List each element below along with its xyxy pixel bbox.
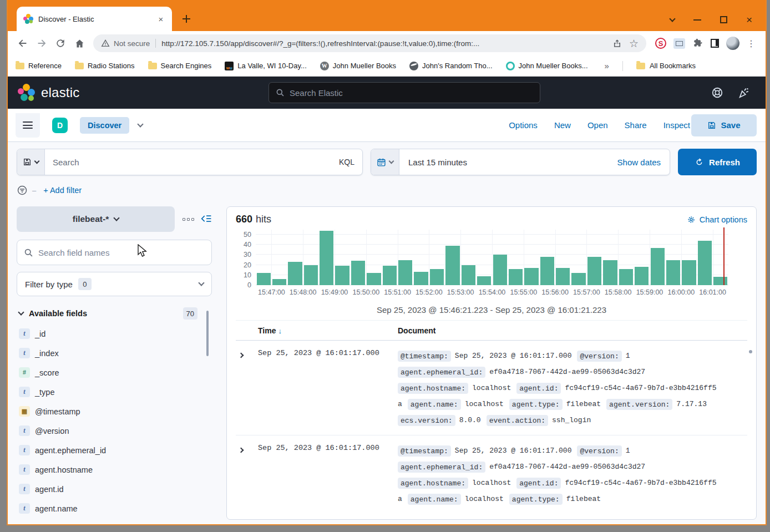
sidebar-options-icon[interactable] [183,218,194,221]
mail-extension-icon[interactable] [673,38,685,49]
announcements-icon[interactable] [738,87,750,99]
app-link-open[interactable]: Open [587,120,608,130]
refresh-button[interactable]: Refresh [678,149,757,175]
date-quick-menu-button[interactable] [371,149,399,175]
profile-avatar[interactable] [726,37,739,50]
time-range-value[interactable]: Last 15 minutes [399,158,609,167]
query-language-label[interactable]: KQL [331,158,362,166]
field-type-t-icon: t [19,445,30,455]
histogram-bar [509,269,523,285]
chart-options-button[interactable]: Chart options [687,215,747,224]
time-column-header[interactable]: Time↓ [258,326,398,335]
space-avatar[interactable]: D [52,118,68,133]
field-search-box[interactable] [17,240,212,265]
breadcrumb-chevron-icon[interactable] [138,121,144,127]
field-item[interactable]: tagent.name [17,499,212,518]
table-scrollbar[interactable] [749,350,752,353]
chrome-menu-icon[interactable]: ⋮ [747,38,756,49]
field-type-date-icon: ▦ [19,406,30,417]
reload-icon[interactable] [52,35,69,52]
breadcrumb-discover[interactable]: Discover [80,117,129,134]
expand-row-button[interactable] [236,348,258,428]
all-bookmarks-button[interactable]: All Bookmarks [636,62,696,70]
chevron-down-icon [34,159,40,164]
browser-window: Discover - Elastic × × Not secure http [7,0,767,525]
field-item[interactable]: ▦@timestamp [17,402,212,421]
bookmark-item[interactable]: Reference [16,62,62,70]
window-menu-chevron-icon[interactable] [669,16,675,22]
expand-row-button[interactable] [236,443,258,505]
refresh-label: Refresh [709,158,740,167]
url-bar[interactable]: Not secure http://172.105.7.150/app/disc… [93,34,646,52]
show-dates-button[interactable]: Show dates [609,158,670,167]
elastic-logo-icon[interactable] [18,84,36,102]
field-item[interactable]: #_score [17,363,212,382]
histogram-chart[interactable]: 01020304050 [236,230,747,285]
shield-s-extension-icon[interactable]: S [655,38,666,49]
chart-plot-area[interactable] [256,230,728,285]
field-item[interactable]: t_type [17,382,212,402]
save-floppy-icon [707,121,716,130]
kql-search-input[interactable] [45,158,331,167]
bookmark-item[interactable]: John Mueller Books... [506,62,588,70]
bookmarks-overflow-icon[interactable]: » [605,61,609,70]
global-search-box[interactable] [269,82,540,103]
all-bookmarks-label: All Bookmarks [650,62,696,70]
filter-by-type-dropdown[interactable]: Filter by type 0 [17,272,212,296]
home-icon[interactable] [71,35,88,52]
collapse-sidebar-icon[interactable] [201,214,212,225]
kql-search-group: KQL [17,149,363,175]
x-tick-label: 15:57:00 [573,288,600,296]
save-button[interactable]: Save [691,114,757,136]
extensions-puzzle-icon[interactable] [692,38,703,49]
add-filter-button[interactable]: + Add filter [43,186,82,195]
nav-menu-button[interactable] [16,113,40,138]
bookmark-item[interactable]: Search Engines [148,62,212,70]
bookmark-item[interactable]: Radio Stations [75,62,135,70]
histogram-bar [367,273,381,285]
bookmark-label: John's Random Tho... [422,62,493,70]
field-item[interactable]: tagent.hostname [17,460,212,479]
saved-query-menu-button[interactable] [17,149,45,175]
gridline [271,230,272,285]
field-item[interactable]: t_index [17,343,212,363]
back-icon[interactable] [14,35,31,52]
share-icon[interactable] [612,38,622,49]
field-item[interactable]: t_id [17,324,212,343]
bookmark-item[interactable]: John's Random Tho... [409,62,493,70]
forward-icon[interactable] [33,35,50,52]
reading-list-icon[interactable] [711,39,719,48]
tab-close-icon[interactable]: × [155,13,166,24]
app-link-new[interactable]: New [554,120,571,130]
help-life-ring-icon[interactable] [711,87,723,99]
global-search-input[interactable] [290,88,533,98]
field-type-t-icon: t [19,348,30,358]
field-item[interactable]: tagent.ephemeral_id [17,440,212,460]
browser-tab[interactable]: Discover - Elastic × [17,7,172,31]
close-window-icon[interactable]: × [746,16,752,23]
index-pattern-selector[interactable]: filebeat-* [17,206,175,232]
field-item[interactable]: tagent.id [17,479,212,499]
doc-field-value: filebeat [566,400,601,408]
app-link-options[interactable]: Options [509,120,538,130]
new-tab-button[interactable] [179,11,194,27]
maximize-icon[interactable] [720,16,727,23]
row-document: @timestamp:Sep 25, 2023 @ 16:01:17.000@v… [398,348,747,428]
doc-field-pill: agent.hostname: [398,383,468,394]
field-search-input[interactable] [38,248,205,257]
sidebar-scrollbar[interactable] [206,311,209,356]
app-link-share[interactable]: Share [625,120,647,130]
histogram-bar [635,267,649,285]
histogram-bar [320,231,333,285]
field-type-t-icon: t [19,503,30,514]
app-link-inspect[interactable]: Inspect [663,120,690,130]
filter-circle-icon[interactable] [17,185,28,196]
field-item[interactable]: t@version [17,421,212,440]
bookmark-item[interactable]: wuLa Valle, WI 10-Day... [225,62,307,70]
minimize-icon[interactable] [693,19,701,21]
doc-field-value: localhost [472,384,511,392]
available-fields-header[interactable]: Available fields 70 [17,307,212,320]
bookmark-star-icon[interactable]: ☆ [629,37,639,50]
bookmark-item[interactable]: WJohn Mueller Books [320,62,396,70]
histogram-bar [603,260,617,285]
